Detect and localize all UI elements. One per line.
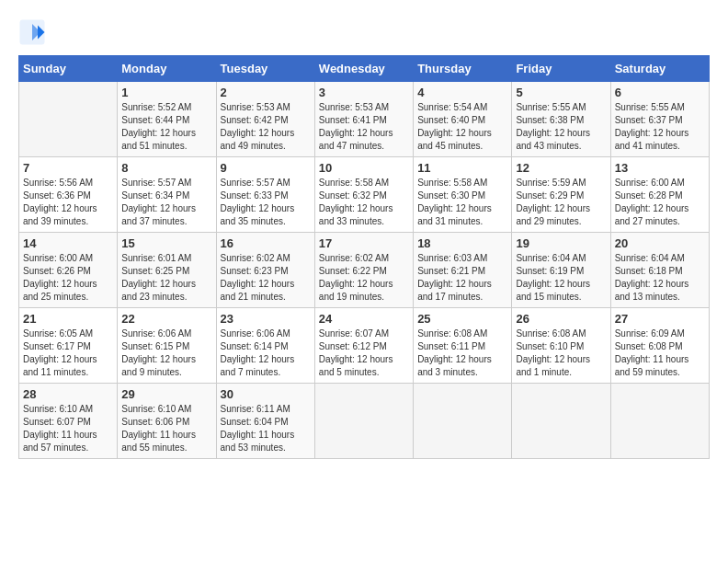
day-number: 4 bbox=[417, 86, 507, 99]
calendar-body: 1Sunrise: 5:52 AM Sunset: 6:44 PM Daylig… bbox=[19, 82, 710, 459]
day-info: Sunrise: 6:01 AM Sunset: 6:25 PM Dayligh… bbox=[121, 252, 211, 304]
day-cell: 27Sunrise: 6:09 AM Sunset: 6:08 PM Dayli… bbox=[610, 308, 709, 384]
day-cell: 6Sunrise: 5:55 AM Sunset: 6:37 PM Daylig… bbox=[610, 82, 709, 157]
day-number: 23 bbox=[221, 312, 311, 326]
day-number: 27 bbox=[615, 312, 705, 326]
day-info: Sunrise: 6:00 AM Sunset: 6:28 PM Dayligh… bbox=[615, 177, 705, 228]
day-cell: 24Sunrise: 6:07 AM Sunset: 6:12 PM Dayli… bbox=[314, 308, 413, 384]
day-number: 2 bbox=[221, 86, 311, 99]
calendar-table: SundayMondayTuesdayWednesdayThursdayFrid… bbox=[18, 55, 710, 459]
day-cell bbox=[512, 384, 610, 459]
day-info: Sunrise: 5:53 AM Sunset: 6:42 PM Dayligh… bbox=[221, 101, 311, 153]
day-number: 19 bbox=[516, 236, 606, 250]
day-info: Sunrise: 5:57 AM Sunset: 6:34 PM Dayligh… bbox=[121, 177, 211, 228]
day-number: 14 bbox=[23, 236, 113, 250]
day-cell: 22Sunrise: 6:06 AM Sunset: 6:15 PM Dayli… bbox=[118, 308, 216, 384]
weekday-header-tuesday: Tuesday bbox=[216, 56, 314, 82]
day-cell: 12Sunrise: 5:59 AM Sunset: 6:29 PM Dayli… bbox=[512, 157, 610, 233]
week-row-2: 7Sunrise: 5:56 AM Sunset: 6:36 PM Daylig… bbox=[19, 157, 710, 233]
day-cell: 7Sunrise: 5:56 AM Sunset: 6:36 PM Daylig… bbox=[19, 157, 118, 233]
day-number: 22 bbox=[121, 312, 211, 326]
day-number: 29 bbox=[121, 387, 211, 401]
day-cell: 2Sunrise: 5:53 AM Sunset: 6:42 PM Daylig… bbox=[216, 82, 314, 157]
day-cell: 4Sunrise: 5:54 AM Sunset: 6:40 PM Daylig… bbox=[414, 82, 512, 157]
day-number: 18 bbox=[417, 236, 507, 250]
weekday-header-thursday: Thursday bbox=[414, 56, 512, 82]
day-number: 16 bbox=[221, 236, 311, 250]
day-cell bbox=[314, 384, 413, 459]
week-row-4: 21Sunrise: 6:05 AM Sunset: 6:17 PM Dayli… bbox=[19, 308, 710, 384]
day-info: Sunrise: 6:06 AM Sunset: 6:14 PM Dayligh… bbox=[221, 327, 311, 379]
day-cell: 18Sunrise: 6:03 AM Sunset: 6:21 PM Dayli… bbox=[414, 233, 512, 308]
day-info: Sunrise: 6:07 AM Sunset: 6:12 PM Dayligh… bbox=[319, 327, 409, 379]
day-cell: 5Sunrise: 5:55 AM Sunset: 6:38 PM Daylig… bbox=[512, 82, 610, 157]
day-info: Sunrise: 5:57 AM Sunset: 6:33 PM Dayligh… bbox=[221, 177, 311, 228]
day-info: Sunrise: 5:53 AM Sunset: 6:41 PM Dayligh… bbox=[319, 101, 409, 153]
day-number: 30 bbox=[221, 387, 311, 401]
day-number: 12 bbox=[516, 161, 606, 175]
day-number: 3 bbox=[319, 86, 409, 99]
day-info: Sunrise: 5:55 AM Sunset: 6:37 PM Dayligh… bbox=[615, 101, 705, 153]
day-cell: 21Sunrise: 6:05 AM Sunset: 6:17 PM Dayli… bbox=[19, 308, 118, 384]
day-number: 7 bbox=[23, 161, 113, 175]
day-cell: 28Sunrise: 6:10 AM Sunset: 6:07 PM Dayli… bbox=[19, 384, 118, 459]
day-number: 21 bbox=[23, 312, 113, 326]
day-cell: 14Sunrise: 6:00 AM Sunset: 6:26 PM Dayli… bbox=[19, 233, 118, 308]
weekday-header-sunday: Sunday bbox=[19, 56, 118, 82]
day-number: 1 bbox=[121, 86, 211, 99]
day-number: 9 bbox=[221, 161, 311, 175]
day-info: Sunrise: 6:10 AM Sunset: 6:07 PM Dayligh… bbox=[23, 403, 113, 454]
day-cell bbox=[19, 82, 118, 157]
day-info: Sunrise: 6:10 AM Sunset: 6:06 PM Dayligh… bbox=[121, 403, 211, 454]
day-info: Sunrise: 6:05 AM Sunset: 6:17 PM Dayligh… bbox=[23, 327, 113, 379]
day-info: Sunrise: 5:56 AM Sunset: 6:36 PM Dayligh… bbox=[23, 177, 113, 228]
day-info: Sunrise: 6:04 AM Sunset: 6:18 PM Dayligh… bbox=[615, 252, 705, 304]
day-info: Sunrise: 5:58 AM Sunset: 6:30 PM Dayligh… bbox=[417, 177, 507, 228]
day-cell: 10Sunrise: 5:58 AM Sunset: 6:32 PM Dayli… bbox=[314, 157, 413, 233]
day-info: Sunrise: 6:08 AM Sunset: 6:10 PM Dayligh… bbox=[516, 327, 606, 379]
day-cell: 26Sunrise: 6:08 AM Sunset: 6:10 PM Dayli… bbox=[512, 308, 610, 384]
day-number: 10 bbox=[319, 161, 409, 175]
day-number: 8 bbox=[121, 161, 211, 175]
day-number: 11 bbox=[417, 161, 507, 175]
weekday-header-wednesday: Wednesday bbox=[314, 56, 413, 82]
day-number: 24 bbox=[319, 312, 409, 326]
day-number: 26 bbox=[516, 312, 606, 326]
week-row-5: 28Sunrise: 6:10 AM Sunset: 6:07 PM Dayli… bbox=[19, 384, 710, 459]
day-cell: 13Sunrise: 6:00 AM Sunset: 6:28 PM Dayli… bbox=[610, 157, 709, 233]
day-cell: 20Sunrise: 6:04 AM Sunset: 6:18 PM Dayli… bbox=[610, 233, 709, 308]
day-cell: 11Sunrise: 5:58 AM Sunset: 6:30 PM Dayli… bbox=[414, 157, 512, 233]
day-info: Sunrise: 6:04 AM Sunset: 6:19 PM Dayligh… bbox=[516, 252, 606, 304]
day-info: Sunrise: 6:03 AM Sunset: 6:21 PM Dayligh… bbox=[417, 252, 507, 304]
day-number: 13 bbox=[615, 161, 705, 175]
day-cell: 16Sunrise: 6:02 AM Sunset: 6:23 PM Dayli… bbox=[216, 233, 314, 308]
day-info: Sunrise: 5:59 AM Sunset: 6:29 PM Dayligh… bbox=[516, 177, 606, 228]
weekday-row: SundayMondayTuesdayWednesdayThursdayFrid… bbox=[19, 56, 710, 82]
day-cell: 25Sunrise: 6:08 AM Sunset: 6:11 PM Dayli… bbox=[414, 308, 512, 384]
logo-icon bbox=[18, 18, 46, 46]
day-info: Sunrise: 6:06 AM Sunset: 6:15 PM Dayligh… bbox=[121, 327, 211, 379]
page-header bbox=[18, 18, 710, 46]
day-number: 20 bbox=[615, 236, 705, 250]
day-cell: 9Sunrise: 5:57 AM Sunset: 6:33 PM Daylig… bbox=[216, 157, 314, 233]
day-cell bbox=[610, 384, 709, 459]
day-info: Sunrise: 6:11 AM Sunset: 6:04 PM Dayligh… bbox=[221, 403, 311, 454]
day-info: Sunrise: 6:08 AM Sunset: 6:11 PM Dayligh… bbox=[417, 327, 507, 379]
day-cell bbox=[414, 384, 512, 459]
day-number: 5 bbox=[516, 86, 606, 99]
day-number: 15 bbox=[121, 236, 211, 250]
day-info: Sunrise: 5:58 AM Sunset: 6:32 PM Dayligh… bbox=[319, 177, 409, 228]
day-info: Sunrise: 5:54 AM Sunset: 6:40 PM Dayligh… bbox=[417, 101, 507, 153]
week-row-3: 14Sunrise: 6:00 AM Sunset: 6:26 PM Dayli… bbox=[19, 233, 710, 308]
calendar-header: SundayMondayTuesdayWednesdayThursdayFrid… bbox=[19, 56, 710, 82]
week-row-1: 1Sunrise: 5:52 AM Sunset: 6:44 PM Daylig… bbox=[19, 82, 710, 157]
weekday-header-monday: Monday bbox=[118, 56, 216, 82]
day-cell: 23Sunrise: 6:06 AM Sunset: 6:14 PM Dayli… bbox=[216, 308, 314, 384]
day-cell: 29Sunrise: 6:10 AM Sunset: 6:06 PM Dayli… bbox=[118, 384, 216, 459]
day-info: Sunrise: 5:52 AM Sunset: 6:44 PM Dayligh… bbox=[121, 101, 211, 153]
day-cell: 1Sunrise: 5:52 AM Sunset: 6:44 PM Daylig… bbox=[118, 82, 216, 157]
day-cell: 3Sunrise: 5:53 AM Sunset: 6:41 PM Daylig… bbox=[314, 82, 413, 157]
day-number: 28 bbox=[23, 387, 113, 401]
day-cell: 17Sunrise: 6:02 AM Sunset: 6:22 PM Dayli… bbox=[314, 233, 413, 308]
day-info: Sunrise: 6:02 AM Sunset: 6:22 PM Dayligh… bbox=[319, 252, 409, 304]
